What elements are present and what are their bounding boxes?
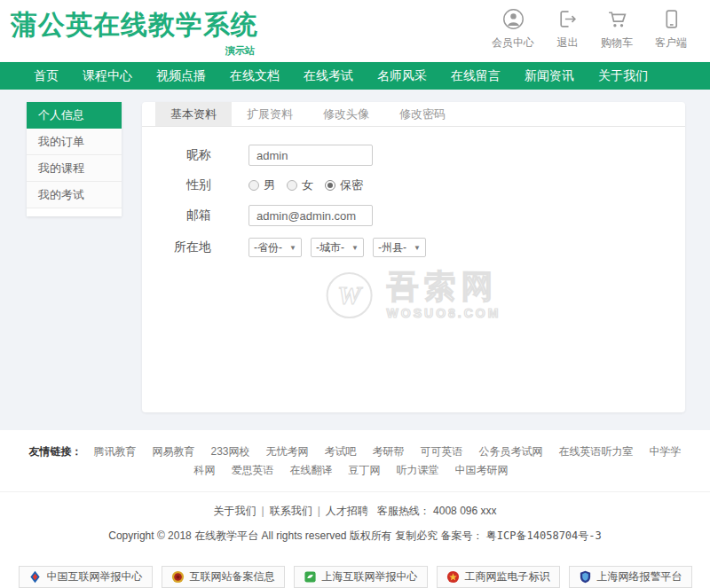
gender-option-male[interactable]: 男 <box>248 177 275 193</box>
nav-item-course-center[interactable]: 课程中心 <box>83 68 132 84</box>
gender-option-label: 女 <box>302 177 313 193</box>
tab-bar: 基本资料 扩展资料 修改头像 修改密码 <box>142 102 685 127</box>
phone-icon <box>660 8 682 33</box>
badge-shanghai-cyber-police[interactable]: 上海网络报警平台 <box>569 566 692 588</box>
friend-link[interactable]: 在线翻译 <box>290 464 333 476</box>
badge-industry-commerce-mark[interactable]: 工商网监电子标识 <box>437 566 560 588</box>
content-panel: 基本资料 扩展资料 修改头像 修改密码 昵称 性别 男 <box>142 102 685 412</box>
friend-link[interactable]: 在线英语听力室 <box>559 445 634 458</box>
separator: | <box>318 505 320 517</box>
friend-link[interactable]: 中国考研网 <box>455 464 509 476</box>
sidebar-item-my-orders[interactable]: 我的订单 <box>27 129 122 155</box>
user-circle-icon <box>502 8 525 33</box>
quick-link-label: 购物车 <box>601 35 633 51</box>
diamond-report-icon <box>28 570 42 584</box>
location-label: 所在地 <box>167 239 211 255</box>
badge-label: 上海网络报警平台 <box>597 569 682 584</box>
icp-seal-icon <box>171 570 185 584</box>
site-logo[interactable]: 蒲公英在线教学系统 演示站 <box>11 7 258 58</box>
badge-china-report-center[interactable]: 中国互联网举报中心 <box>19 566 153 588</box>
city-select-value: -城市- <box>316 240 344 255</box>
police-badge-icon <box>579 570 592 584</box>
radio-unchecked-icon[interactable] <box>287 180 297 191</box>
email-field[interactable] <box>248 205 373 226</box>
province-select[interactable]: -省份- ▼ <box>248 238 302 257</box>
contact-us-link[interactable]: 联系我们 <box>270 505 312 517</box>
gender-option-secret[interactable]: 保密 <box>325 177 363 193</box>
icp-number: 粤ICP备14058704号-3 <box>486 529 602 542</box>
badge-row: 中国互联网举报中心 互联网站备案信息 上海互联网举报中心 <box>0 566 710 588</box>
sidebar-item-my-courses[interactable]: 我的课程 <box>27 155 122 182</box>
county-select[interactable]: -州县- ▼ <box>373 238 426 257</box>
badge-label: 工商网监电子标识 <box>465 569 550 584</box>
friend-link[interactable]: 网易教育 <box>152 445 194 458</box>
gender-option-label: 保密 <box>340 177 363 193</box>
careers-link[interactable]: 人才招聘 <box>326 505 368 517</box>
nav-item-famous-teachers[interactable]: 名师风采 <box>377 68 427 84</box>
red-seal-icon <box>446 570 460 584</box>
tab-extended-info[interactable]: 扩展资料 <box>232 102 308 126</box>
nickname-input[interactable] <box>248 145 373 166</box>
friend-link[interactable]: 爱思英语 <box>232 464 274 476</box>
badge-label: 中国互联网举报中心 <box>47 569 143 584</box>
nav-item-online-exams[interactable]: 在线考试 <box>304 68 353 84</box>
about-line: 关于我们|联系我们|人才招聘客服热线： 4008 096 xxx <box>0 491 710 519</box>
city-select[interactable]: -城市- ▼ <box>311 238 364 257</box>
nav-item-video-on-demand[interactable]: 视频点播 <box>156 68 206 84</box>
friend-links-label: 友情链接： <box>28 445 82 458</box>
friend-link[interactable]: 无忧考网 <box>266 445 309 458</box>
nav-item-online-docs[interactable]: 在线文档 <box>230 68 280 84</box>
friend-link[interactable]: 考试吧 <box>325 445 357 458</box>
site-footer: 友情链接：腾讯教育网易教育233网校无忧考网考试吧考研帮可可英语公务员考试网在线… <box>0 430 710 588</box>
friend-link[interactable]: 听力课堂 <box>397 464 439 476</box>
green-report-icon <box>304 570 317 584</box>
sidebar-item-profile[interactable]: 个人信息 <box>27 102 122 129</box>
friend-link[interactable]: 233网校 <box>210 445 249 458</box>
province-select-value: -省份- <box>254 240 282 255</box>
sidebar-item-my-exams[interactable]: 我的考试 <box>27 182 122 208</box>
caret-down-icon: ▼ <box>289 244 296 252</box>
friend-link[interactable]: 考研帮 <box>373 445 405 458</box>
gender-row: 性别 男 女 保密 <box>167 177 685 193</box>
watermark-cn-text: 吾索网 <box>387 270 501 302</box>
friend-link[interactable]: 豆丁网 <box>349 464 381 476</box>
member-center-link[interactable]: 会员中心 <box>492 8 534 51</box>
radio-checked-icon[interactable] <box>325 180 335 191</box>
quick-link-label: 退出 <box>557 35 579 51</box>
friend-link[interactable]: 公务员考试网 <box>479 445 543 458</box>
nav-item-news[interactable]: 新闻资讯 <box>525 68 574 84</box>
email-label: 邮箱 <box>167 208 211 223</box>
badge-icp-info[interactable]: 互联网站备案信息 <box>162 566 285 588</box>
site-subtitle: 演示站 <box>11 44 258 58</box>
body-area: 个人信息 我的订单 我的课程 我的考试 基本资料 扩展资料 修改头像 修改密码 … <box>0 90 710 430</box>
nav-item-message-board[interactable]: 在线留言 <box>451 68 501 84</box>
tab-change-avatar[interactable]: 修改头像 <box>308 102 384 126</box>
badge-label: 上海互联网举报中心 <box>322 569 418 584</box>
about-us-link[interactable]: 关于我们 <box>214 505 256 517</box>
tab-basic-info[interactable]: 基本资料 <box>155 102 232 126</box>
watermark-text-block: 吾索网 WOSUO8.COM <box>387 270 501 320</box>
county-select-value: -州县- <box>378 240 406 255</box>
friend-link[interactable]: 可可英语 <box>421 445 463 458</box>
logout-link[interactable]: 退出 <box>556 8 579 51</box>
page: 蒲公英在线教学系统 演示站 会员中心 <box>0 0 710 588</box>
tab-change-password[interactable]: 修改密码 <box>384 102 461 126</box>
badge-label: 互联网站备案信息 <box>190 569 275 584</box>
nav-item-about-us[interactable]: 关于我们 <box>598 68 648 84</box>
gender-option-female[interactable]: 女 <box>287 177 313 193</box>
badge-shanghai-report-center[interactable]: 上海互联网举报中心 <box>294 566 428 588</box>
watermark-logo-icon: W <box>327 272 373 318</box>
site-title: 蒲公英在线教学系统 <box>11 7 258 43</box>
copyright: Copyright © 2018 在线教学平台 All rights reser… <box>0 529 710 544</box>
cart-link[interactable]: 购物车 <box>601 8 633 51</box>
nav-item-home[interactable]: 首页 <box>34 68 59 84</box>
nickname-row: 昵称 <box>167 145 685 166</box>
separator: | <box>262 505 264 517</box>
sidebar: 个人信息 我的订单 我的课程 我的考试 <box>27 102 122 216</box>
radio-unchecked-icon[interactable] <box>248 180 259 191</box>
gender-option-label: 男 <box>264 177 275 193</box>
friend-link[interactable]: 腾讯教育 <box>93 445 136 458</box>
nickname-label: 昵称 <box>167 147 211 163</box>
caret-down-icon: ▼ <box>414 244 421 252</box>
client-app-link[interactable]: 客户端 <box>655 8 687 51</box>
